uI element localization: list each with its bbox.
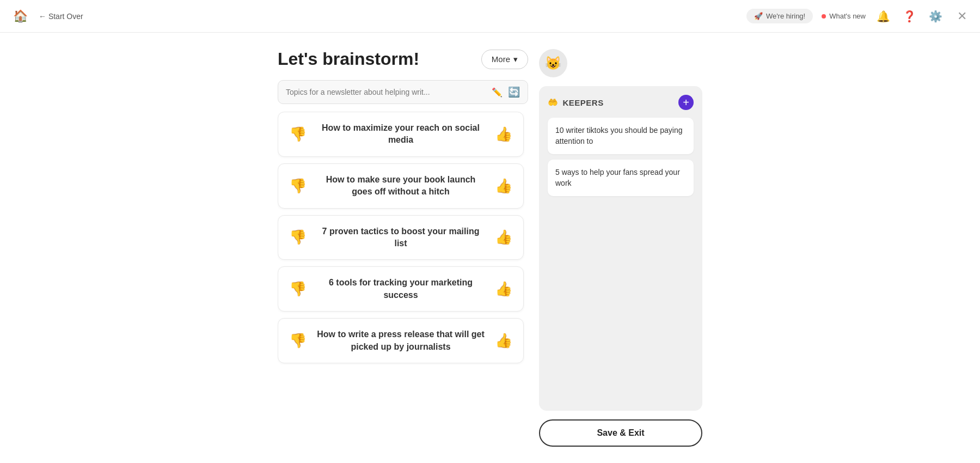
alert-icon[interactable]: 🔔 <box>874 8 892 25</box>
whats-new-button[interactable]: What's new <box>822 12 866 20</box>
search-input[interactable] <box>286 88 486 96</box>
whats-new-dot <box>822 14 826 19</box>
ideas-list: 👎How to maximize your reach on social me… <box>278 112 528 447</box>
like-button[interactable]: 👍 <box>493 124 514 145</box>
hiring-label: We're hiring! <box>766 12 805 20</box>
keepers-header: 🤲 KEEPERS + <box>548 95 694 110</box>
keeper-item: 10 writer tiktoks you should be paying a… <box>548 118 694 154</box>
dislike-button[interactable]: 👎 <box>287 278 309 300</box>
refresh-icon[interactable]: 🔄 <box>508 86 520 98</box>
nav-right: 🚀 We're hiring! What's new 🔔 ❓ ⚙️ ✕ <box>746 8 967 25</box>
idea-card: 👎7 proven tactics to boost your mailing … <box>278 215 524 260</box>
like-button[interactable]: 👍 <box>493 175 514 197</box>
dislike-button[interactable]: 👎 <box>287 175 309 197</box>
idea-text: 7 proven tactics to boost your mailing l… <box>315 226 486 250</box>
keeper-item: 5 ways to help your fans spread your wor… <box>548 160 694 196</box>
like-button[interactable]: 👍 <box>493 278 514 300</box>
panel-header: Let's brainstorm! More ▾ <box>278 49 528 69</box>
more-button[interactable]: More ▾ <box>481 50 528 69</box>
idea-text: How to make sure your book launch goes o… <box>315 174 486 198</box>
like-button[interactable]: 👍 <box>493 330 514 351</box>
hands-icon: 🤲 <box>548 98 559 107</box>
save-exit-button[interactable]: Save & Exit <box>539 419 702 447</box>
rocket-icon: 🚀 <box>754 12 763 20</box>
left-panel: Let's brainstorm! More ▾ ✏️ 🔄 👎How to ma… <box>278 49 528 447</box>
more-label: More <box>492 54 510 64</box>
keepers-add-button[interactable]: + <box>678 95 694 110</box>
search-bar: ✏️ 🔄 <box>278 80 528 104</box>
idea-card: 👎How to maximize your reach on social me… <box>278 112 524 157</box>
dislike-button[interactable]: 👎 <box>287 124 309 145</box>
home-icon[interactable]: 🏠 <box>13 9 28 23</box>
keepers-title-label: KEEPERS <box>563 98 604 107</box>
chevron-down-icon: ▾ <box>513 54 518 64</box>
keepers-items: 10 writer tiktoks you should be paying a… <box>548 118 694 196</box>
settings-icon[interactable]: ⚙️ <box>927 8 944 25</box>
idea-text: How to write a press release that will g… <box>315 328 486 353</box>
idea-card: 👎How to make sure your book launch goes … <box>278 163 524 209</box>
idea-card: 👎6 tools for tracking your marketing suc… <box>278 266 524 312</box>
keepers-title: 🤲 KEEPERS <box>548 98 604 107</box>
like-button[interactable]: 👍 <box>493 227 514 248</box>
start-over-button[interactable]: ← Start Over <box>39 12 83 21</box>
idea-text: 6 tools for tracking your marketing succ… <box>315 277 486 301</box>
brainstorm-title: Let's brainstorm! <box>278 49 419 69</box>
whats-new-label: What's new <box>829 12 866 20</box>
close-button[interactable]: ✕ <box>957 9 967 23</box>
edit-icon[interactable]: ✏️ <box>492 87 503 98</box>
help-icon[interactable]: ❓ <box>901 8 918 25</box>
idea-card: 👎How to write a press release that will … <box>278 318 524 363</box>
dislike-button[interactable]: 👎 <box>287 330 309 351</box>
right-panel: 😺 🤲 KEEPERS + 10 writer tiktoks you shou… <box>539 49 702 447</box>
top-nav: 🏠 ← Start Over 🚀 We're hiring! What's ne… <box>0 0 980 33</box>
keepers-box: 🤲 KEEPERS + 10 writer tiktoks you should… <box>539 86 702 411</box>
nav-left: 🏠 ← Start Over <box>13 9 83 23</box>
hiring-button[interactable]: 🚀 We're hiring! <box>746 9 813 23</box>
main-content: Let's brainstorm! More ▾ ✏️ 🔄 👎How to ma… <box>0 33 980 463</box>
dislike-button[interactable]: 👎 <box>287 227 309 248</box>
avatar: 😺 <box>539 49 567 77</box>
idea-text: How to maximize your reach on social med… <box>315 122 486 147</box>
